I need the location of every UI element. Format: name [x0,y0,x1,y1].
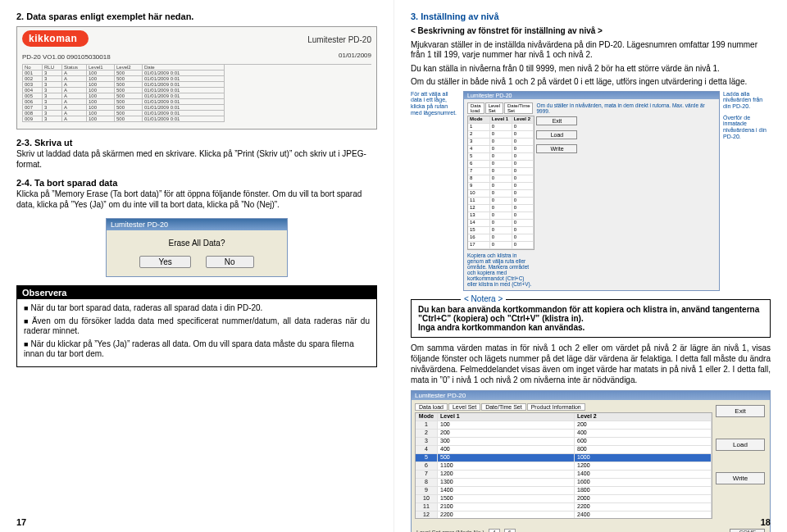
bigwin-write-button[interactable]: Write [716,472,765,484]
observera-title: Observera [17,286,376,299]
bigwin-tabs[interactable]: Data loadLevel SetDate/Time SetProduct I… [415,403,712,411]
bigwin-load-button[interactable]: Load [716,439,765,451]
footer-button[interactable]: COMF [730,529,765,532]
device-id: PD-20 VO1.00 090105030018 [22,53,111,61]
page-17: 2. Data sparas enligt exemplet här nedan… [0,0,394,532]
bigwin-exit-button[interactable]: Exit [716,405,765,417]
kikkoman-logo: kikkoman [22,30,89,47]
footer-val-2: 6 [504,529,516,532]
callout-e: Överför de inmatade nivåvärdena i din PD… [723,115,771,140]
mini-load-button[interactable]: Load [536,130,577,139]
dialog-message: Erase All Data? [115,239,279,248]
page-number-18: 18 [761,517,771,527]
error-paragraph: Om samma värden matas in för nivå 1 och … [411,343,771,385]
bigwin-title: Lumitester PD-20 [412,391,770,400]
figure-data-example: kikkoman Lumitester PD-20 PD-20 VO1.00 0… [16,26,377,130]
yes-button[interactable]: Yes [139,256,190,268]
mini-write-button[interactable]: Write [536,144,577,153]
callout-d: Ladda alla nivåvärden från din PD-20. [723,91,771,110]
mini-grid[interactable]: ModeLevel 1Level 21002003004005006007008… [467,116,535,250]
mini-levelset-window: Lumitester PD-20 Data loadLevel SetDate/… [463,91,720,292]
bigwin-grid[interactable]: ModeLevel 1Level 21100200220040033006004… [415,412,712,519]
section-2-title: 2. Data sparas enligt exemplet här nedan… [16,11,377,21]
section-2-3: 2-3. Skriva ut Skriv ut laddad data på s… [16,138,377,170]
no-button[interactable]: No [206,256,254,268]
model-label: Lumitester PD-20 [307,35,371,44]
notera-label: < Notera > [461,294,506,303]
dialog-title: Lumitester PD-20 [107,219,287,230]
mini-exit-button[interactable]: Exit [536,116,577,125]
section-3-sub: < Beskrivning av fönstret för inställnin… [411,26,771,37]
page-number-17: 17 [16,517,26,527]
footer-val-1: 4 [489,529,500,532]
data-table: NoRLUStatusLevel1Level2Date0013A10050001… [22,64,371,122]
page-18: 3. Inställning av nivå < Beskrivning av … [394,0,787,532]
device-date: 01/01/2009 [339,52,371,59]
erase-dialog: Lumitester PD-20 Erase All Data? Yes No [106,218,288,277]
callout-b: Om du ställer in nivåvärden, mata in dem… [536,102,716,114]
callout-a: För att välja all data i ett läge, klick… [411,91,460,292]
section-2-4-title: 2-4. Ta bort sparad data [16,178,377,188]
levelset-window-error: Lumitester PD-20 Data loadLevel SetDate/… [411,390,771,532]
section-3-title: 3. Inställning av nivå [411,11,771,21]
bigwin-footer: Level Set error (Mode No.) 4 6 COMF [416,529,765,532]
mini-title: Lumitester PD-20 [464,92,719,99]
observera-box: Observera När du tar bort sparad data, r… [16,285,377,367]
section-2-3-title: 2-3. Skriva ut [16,138,377,148]
mini-tabs[interactable]: Data loadLevel SetDate/Time Set [467,102,533,114]
notera-box: < Notera > Du kan bara använda kortkomma… [411,299,771,338]
callout-row: För att välja all data i ett läge, klick… [411,91,771,292]
section-2-4: 2-4. Ta bort sparad data Klicka på ”Memo… [16,178,377,210]
callout-c: Kopiera och klistra in genom att välja r… [467,252,533,288]
